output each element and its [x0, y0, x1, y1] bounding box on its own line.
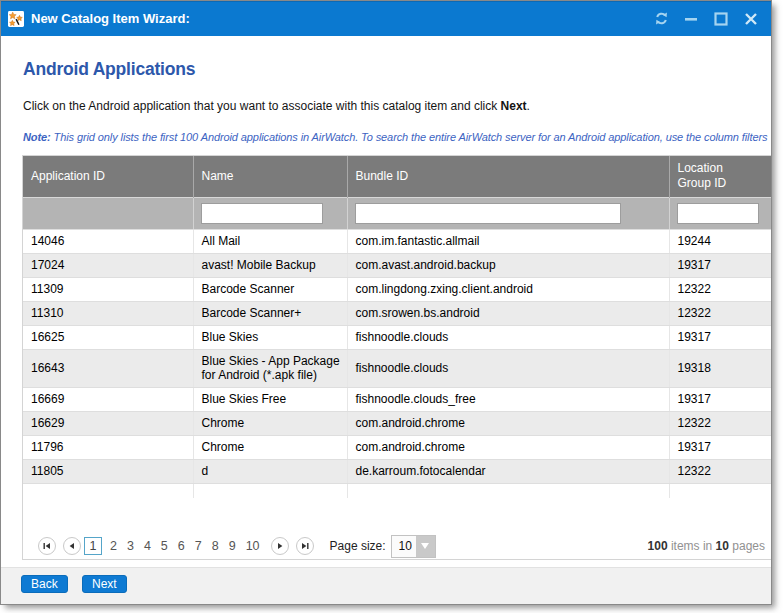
table-row[interactable]: 11796Chromecom.android.chrome19317: [23, 435, 771, 459]
table-cell[interactable]: Blue Skies - App Package for Android (*.…: [193, 349, 347, 387]
column-header-bundle-id[interactable]: Bundle ID: [347, 156, 669, 197]
table-cell[interactable]: de.karroum.fotocalendar: [347, 459, 669, 483]
table-filler-row: [23, 483, 771, 498]
table-cell[interactable]: 12322: [669, 411, 771, 435]
current-page-button[interactable]: 1: [84, 537, 102, 555]
table-row[interactable]: 16625Blue Skiesfishnoodle.clouds19317: [23, 325, 771, 349]
table-cell[interactable]: All Mail: [193, 229, 347, 253]
filter-cell-bundle-id: [347, 197, 669, 229]
prev-page-icon: [68, 542, 76, 550]
pager-summary: 100 items in 10 pages: [648, 539, 765, 553]
name-filter-input[interactable]: [201, 203, 323, 224]
next-button[interactable]: Next: [82, 575, 127, 593]
table-cell[interactable]: 11309: [23, 277, 193, 301]
table-cell[interactable]: Chrome: [193, 435, 347, 459]
table-header-row: Application ID Name Bundle ID Location G…: [23, 156, 771, 197]
table-filler-cell: [347, 483, 669, 498]
wizard-window: New Catalog Item Wizard:: [0, 0, 772, 605]
table-cell[interactable]: Blue Skies Free: [193, 387, 347, 411]
table-cell[interactable]: 19317: [669, 325, 771, 349]
table-cell[interactable]: Barcode Scanner: [193, 277, 347, 301]
table-cell[interactable]: 19317: [669, 387, 771, 411]
page-number-button[interactable]: 9: [224, 539, 241, 553]
grid-pager: 12345678910 Page size: 10: [23, 533, 771, 559]
refresh-button[interactable]: [646, 4, 676, 34]
table-cell[interactable]: fishnoodle.clouds: [347, 349, 669, 387]
table-cell[interactable]: Chrome: [193, 411, 347, 435]
table-cell[interactable]: 12322: [669, 277, 771, 301]
table-cell[interactable]: 19318: [669, 349, 771, 387]
instruction-prefix: Click on the Android application that yo…: [23, 99, 501, 113]
table-cell[interactable]: 16643: [23, 349, 193, 387]
minimize-button[interactable]: [676, 4, 706, 34]
table-cell[interactable]: 16669: [23, 387, 193, 411]
table-cell[interactable]: avast! Mobile Backup: [193, 253, 347, 277]
table-row[interactable]: 17024avast! Mobile Backupcom.avast.andro…: [23, 253, 771, 277]
note-text: Note: This grid only lists the first 100…: [23, 131, 770, 143]
column-header-location-group-id[interactable]: Location Group ID: [669, 156, 771, 197]
last-page-button[interactable]: [296, 537, 314, 555]
maximize-button[interactable]: [706, 4, 736, 34]
table-cell[interactable]: 11796: [23, 435, 193, 459]
window-title: New Catalog Item Wizard:: [31, 11, 190, 26]
table-row[interactable]: 11309Barcode Scannercom.lingdong.zxing.c…: [23, 277, 771, 301]
column-header-application-id[interactable]: Application ID: [23, 156, 193, 197]
first-page-button[interactable]: [38, 537, 56, 555]
pager-page-count: 10: [716, 539, 729, 553]
bundle-id-filter-input[interactable]: [355, 203, 621, 224]
table-cell[interactable]: 11310: [23, 301, 193, 325]
page-size-label: Page size:: [330, 539, 386, 553]
table-cell[interactable]: Barcode Scanner+: [193, 301, 347, 325]
page-size-dropdown-button[interactable]: [416, 536, 435, 557]
table-cell[interactable]: fishnoodle.clouds_free: [347, 387, 669, 411]
table-row[interactable]: 14046All Mailcom.im.fantastic.allmail192…: [23, 229, 771, 253]
back-button[interactable]: Back: [21, 575, 68, 593]
titlebar: New Catalog Item Wizard:: [1, 1, 771, 36]
table-cell[interactable]: com.avast.android.backup: [347, 253, 669, 277]
table-cell[interactable]: 19317: [669, 435, 771, 459]
first-page-icon: [43, 542, 51, 550]
page-title: Android Applications: [23, 59, 195, 80]
page-number-button[interactable]: 8: [207, 539, 224, 553]
page-number-button[interactable]: 6: [173, 539, 190, 553]
table-cell[interactable]: com.android.chrome: [347, 411, 669, 435]
table-row[interactable]: 16643Blue Skies - App Package for Androi…: [23, 349, 771, 387]
next-page-button[interactable]: [271, 537, 289, 555]
page-number-button[interactable]: 3: [122, 539, 139, 553]
table-cell[interactable]: fishnoodle.clouds: [347, 325, 669, 349]
table-row[interactable]: 16629Chromecom.android.chrome12322: [23, 411, 771, 435]
table-cell[interactable]: 12322: [669, 459, 771, 483]
location-group-id-filter-input[interactable]: [677, 203, 759, 224]
page-number-button[interactable]: 5: [156, 539, 173, 553]
page-number-button[interactable]: 2: [105, 539, 122, 553]
table-cell[interactable]: com.srowen.bs.android: [347, 301, 669, 325]
page-number-button[interactable]: 7: [190, 539, 207, 553]
table-cell[interactable]: 19244: [669, 229, 771, 253]
close-icon: [744, 12, 758, 26]
table-row[interactable]: 16669Blue Skies Freefishnoodle.clouds_fr…: [23, 387, 771, 411]
table-cell[interactable]: 17024: [23, 253, 193, 277]
page-number-button[interactable]: 4: [139, 539, 156, 553]
table-cell[interactable]: 12322: [669, 301, 771, 325]
table-cell[interactable]: 16625: [23, 325, 193, 349]
close-button[interactable]: [736, 4, 766, 34]
table-cell[interactable]: com.lingdong.zxing.client.android: [347, 277, 669, 301]
page-size-dropdown[interactable]: 10: [391, 535, 436, 558]
table-cell[interactable]: d: [193, 459, 347, 483]
page-number-list: 12345678910: [81, 537, 265, 555]
page-size-value: 10: [392, 536, 416, 557]
table-cell[interactable]: com.android.chrome: [347, 435, 669, 459]
table-cell[interactable]: Blue Skies: [193, 325, 347, 349]
table-row[interactable]: 11805dde.karroum.fotocalendar12322: [23, 459, 771, 483]
table-cell[interactable]: 14046: [23, 229, 193, 253]
table-cell[interactable]: 11805: [23, 459, 193, 483]
table-cell[interactable]: 16629: [23, 411, 193, 435]
table-cell[interactable]: com.im.fantastic.allmail: [347, 229, 669, 253]
column-header-name[interactable]: Name: [193, 156, 347, 197]
prev-page-button[interactable]: [63, 537, 81, 555]
instruction-text: Click on the Android application that yo…: [23, 99, 530, 113]
page-number-button[interactable]: 10: [241, 539, 265, 553]
instruction-suffix: .: [527, 99, 530, 113]
table-cell[interactable]: 19317: [669, 253, 771, 277]
table-row[interactable]: 11310Barcode Scanner+com.srowen.bs.andro…: [23, 301, 771, 325]
